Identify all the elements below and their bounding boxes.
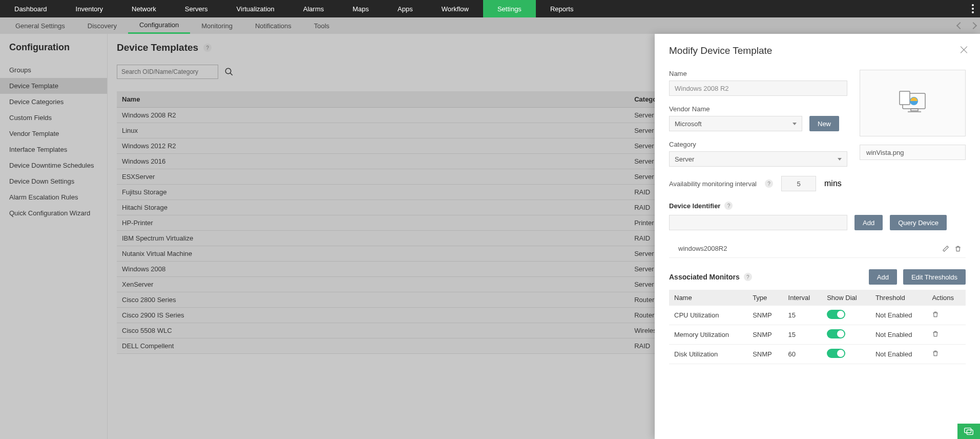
sidebar-item-quick-configuration-wizard[interactable]: Quick Configuration Wizard [0,205,107,221]
help-icon[interactable]: ? [724,202,733,210]
avail-interval-input[interactable] [781,176,816,191]
svg-rect-3 [900,91,910,105]
device-id-query-button[interactable]: Query Device [890,215,947,230]
device-image-preview [860,70,966,136]
image-name-value: winVista.png [866,149,904,156]
page-title: Device Templates [117,42,198,53]
monitor-row: Memory Utilization SNMP 15 Not Enabled [669,325,966,345]
cell-name: Windows 2008 R2 [117,108,629,123]
panel-title: Modify Device Template [669,45,966,56]
trash-icon[interactable] [954,245,962,252]
help-icon[interactable]: ? [203,44,212,52]
mon-type: SNMP [747,306,783,325]
search-input[interactable] [117,65,218,79]
modify-template-panel: Modify Device Template Name Vendor Name … [655,34,980,439]
nav-reports[interactable]: Reports [536,0,588,17]
chat-fab[interactable] [957,424,980,439]
trash-icon[interactable] [932,330,939,337]
vendor-value: Microsoft [675,120,702,128]
mon-interval: 60 [783,345,822,364]
svg-rect-5 [911,109,918,111]
edit-icon[interactable] [942,245,949,252]
nav-settings[interactable]: Settings [483,0,536,17]
sidebar-item-device-down-settings[interactable]: Device Down Settings [0,173,107,189]
nav-inventory[interactable]: Inventory [61,0,117,17]
trash-icon[interactable] [932,311,939,318]
sidebar-item-device-template[interactable]: Device Template [0,78,107,94]
svg-line-1 [230,73,233,75]
mon-name: Memory Utilization [669,325,747,345]
cell-name: Windows 2012 R2 [117,138,629,154]
cell-name: HP-Printer [117,215,629,231]
nav-network[interactable]: Network [117,0,171,17]
monitor-icon [898,90,928,116]
cell-name: IBM Spectrum Virtualize [117,231,629,246]
sidebar-item-interface-templates[interactable]: Interface Templates [0,142,107,157]
nav-servers[interactable]: Servers [171,0,222,17]
vendor-new-button[interactable]: New [809,116,839,131]
search-icon[interactable] [224,67,234,76]
chevron-right-icon[interactable] [970,22,977,29]
subnav-notifications[interactable]: Notifications [244,17,303,34]
show-dial-toggle[interactable] [827,310,845,319]
sidebar-item-alarm-escalation-rules[interactable]: Alarm Escalation Rules [0,189,107,205]
category-label: Category [669,141,847,148]
close-icon[interactable] [960,45,969,54]
vendor-select[interactable]: Microsoft [669,116,802,131]
avail-label: Availability monitoring interval [669,180,757,188]
nav-apps[interactable]: Apps [383,0,427,17]
name-input[interactable] [669,81,847,96]
sidebar-item-groups[interactable]: Groups [0,62,107,78]
help-icon[interactable]: ? [765,179,773,188]
category-value: Server [675,155,694,163]
identifier-value: windows2008R2 [678,245,727,252]
nav-workflow[interactable]: Workflow [427,0,483,17]
device-id-label: Device Identifier [669,202,720,210]
cell-name: Fujitsu Storage [117,185,629,200]
cell-name: Hitachi Storage [117,200,629,215]
mon-threshold: Not Enabled [870,306,927,325]
assoc-monitors-label: Associated Monitors [669,273,740,281]
help-icon[interactable]: ? [744,273,752,281]
category-select[interactable]: Server [669,151,847,167]
assoc-edit-thresholds-button[interactable]: Edit Thresholds [903,269,966,285]
nav-maps[interactable]: Maps [338,0,383,17]
nav-dashboard[interactable]: Dashboard [0,0,61,17]
subnav-monitoring[interactable]: Monitoring [190,17,244,34]
monitors-table: Name Type Interval Show Dial Threshold A… [669,290,966,364]
sidebar-item-device-downtime-schedules[interactable]: Device Downtime Schedules [0,157,107,173]
chat-icon [963,426,974,437]
nav-virtualization[interactable]: Virtualization [222,0,289,17]
cell-name: Windows 2016 [117,154,629,169]
subnav-general-settings[interactable]: General Settings [4,17,76,34]
sidebar-heading: Configuration [0,42,107,62]
monitor-row: CPU Utilization SNMP 15 Not Enabled [669,306,966,325]
subnav-discovery[interactable]: Discovery [76,17,128,34]
avail-unit: mins [824,179,842,188]
cell-name: XenServer [117,277,629,292]
chevron-left-icon[interactable] [956,22,964,29]
top-nav: Dashboard Inventory Network Servers Virt… [0,0,980,17]
sidebar-item-vendor-template[interactable]: Vendor Template [0,126,107,142]
mon-col-threshold: Threshold [870,290,927,306]
show-dial-toggle[interactable] [827,349,845,358]
trash-icon[interactable] [932,350,939,357]
col-header-name[interactable]: Name [117,91,629,108]
device-id-add-button[interactable]: Add [854,215,883,230]
name-label: Name [669,70,847,77]
subnav-tools[interactable]: Tools [303,17,341,34]
nav-alarms[interactable]: Alarms [289,0,338,17]
cell-name: Cisco 2900 IS Series [117,308,629,323]
mon-threshold: Not Enabled [870,345,927,364]
device-id-input[interactable] [669,215,847,230]
svg-rect-7 [965,428,971,433]
sidebar-item-custom-fields[interactable]: Custom Fields [0,110,107,126]
image-name-select[interactable]: winVista.png [860,145,966,160]
sidebar-item-device-categories[interactable]: Device Categories [0,94,107,110]
kebab-menu-icon[interactable] [972,0,974,17]
subnav-configuration[interactable]: Configuration [128,17,190,34]
cell-name: Cisco 5508 WLC [117,323,629,338]
monitor-row: Disk Utilization SNMP 60 Not Enabled [669,345,966,364]
assoc-add-button[interactable]: Add [869,269,897,285]
show-dial-toggle[interactable] [827,329,845,338]
